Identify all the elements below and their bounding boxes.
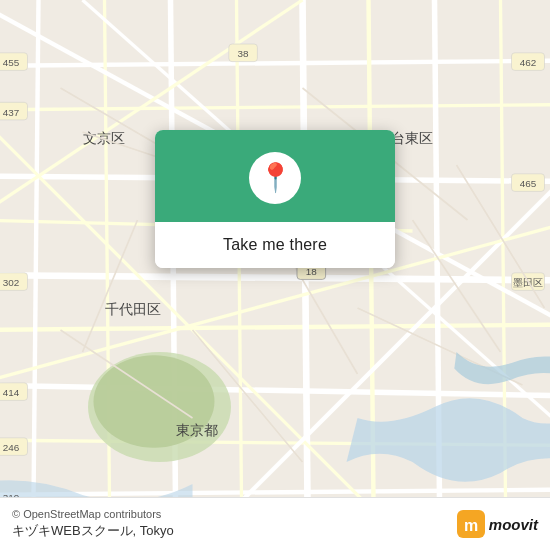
location-icon-wrap: 📍 <box>249 152 301 204</box>
svg-text:455: 455 <box>3 57 20 68</box>
svg-text:465: 465 <box>520 178 537 189</box>
svg-text:台東区: 台東区 <box>391 130 433 146</box>
svg-text:千代田区: 千代田区 <box>104 300 160 316</box>
moovit-brand-text: moovit <box>489 516 538 533</box>
svg-text:246: 246 <box>3 442 20 453</box>
moovit-icon: m <box>457 510 485 538</box>
svg-text:414: 414 <box>3 387 20 398</box>
popup-header: 📍 <box>155 130 395 222</box>
svg-text:m: m <box>464 517 478 534</box>
popup-card: 📍 Take me there <box>155 130 395 268</box>
map-background: 455 437 462 465 墨田区 302 414 246 319 文京区 … <box>0 0 550 550</box>
map-container: 455 437 462 465 墨田区 302 414 246 319 文京区 … <box>0 0 550 550</box>
svg-text:302: 302 <box>3 277 20 288</box>
svg-text:東京都: 東京都 <box>176 421 218 437</box>
attribution-text: © OpenStreetMap contributors <box>12 508 174 520</box>
bottom-bar: © OpenStreetMap contributors キヅキWEBスクール,… <box>0 497 550 550</box>
svg-text:462: 462 <box>520 57 537 68</box>
take-me-there-button[interactable]: Take me there <box>155 222 395 268</box>
moovit-logo: m moovit <box>457 510 538 538</box>
location-pin-icon: 📍 <box>258 164 293 192</box>
svg-text:437: 437 <box>3 106 20 117</box>
svg-text:38: 38 <box>238 48 250 59</box>
bottom-left-info: © OpenStreetMap contributors キヅキWEBスクール,… <box>12 508 174 540</box>
place-label: キヅキWEBスクール, Tokyo <box>12 522 174 540</box>
